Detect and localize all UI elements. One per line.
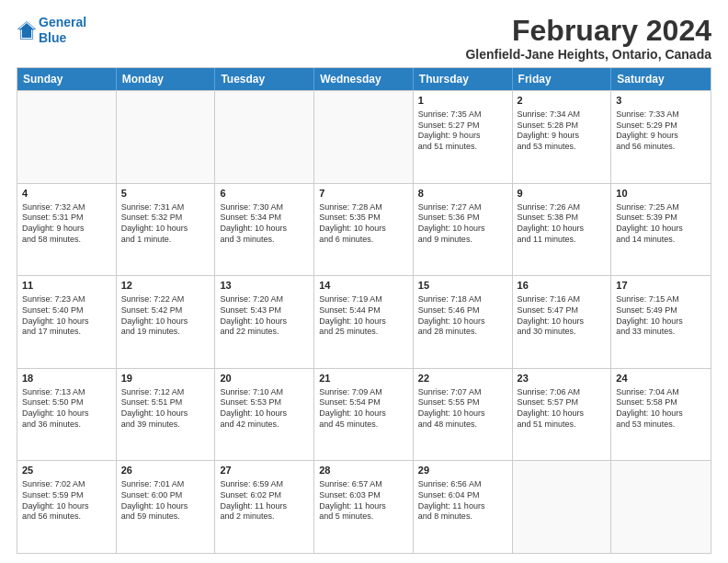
cal-cell-r4-c1: 18Sunrise: 7:13 AM Sunset: 5:50 PM Dayli… xyxy=(17,369,117,461)
day-number: 10 xyxy=(616,187,706,201)
svg-marker-0 xyxy=(19,23,34,38)
cell-text: Sunrise: 7:18 AM Sunset: 5:46 PM Dayligh… xyxy=(418,294,507,338)
day-number: 1 xyxy=(418,94,507,108)
cell-text: Sunrise: 7:10 AM Sunset: 5:53 PM Dayligh… xyxy=(220,387,309,431)
month-title: February 2024 xyxy=(465,15,711,47)
header-thursday: Thursday xyxy=(414,68,513,90)
day-number: 8 xyxy=(418,187,507,201)
day-number: 12 xyxy=(121,279,210,293)
day-number: 25 xyxy=(22,464,111,477)
cal-cell-r5-c4: 28Sunrise: 6:57 AM Sunset: 6:03 PM Dayli… xyxy=(314,461,414,553)
logo-text: General Blue xyxy=(39,15,86,46)
day-number: 6 xyxy=(220,187,309,201)
cal-cell-r2-c3: 6Sunrise: 7:30 AM Sunset: 5:34 PM Daylig… xyxy=(215,184,314,276)
header-monday: Monday xyxy=(117,68,216,90)
logo-line1: General xyxy=(39,15,86,29)
cal-cell-r2-c2: 5Sunrise: 7:31 AM Sunset: 5:32 PM Daylig… xyxy=(117,184,216,276)
day-number: 21 xyxy=(319,372,408,385)
calendar: Sunday Monday Tuesday Wednesday Thursday… xyxy=(17,67,711,554)
cal-cell-r5-c6 xyxy=(513,461,612,553)
cal-cell-r5-c1: 25Sunrise: 7:02 AM Sunset: 5:59 PM Dayli… xyxy=(17,461,117,553)
cell-text: Sunrise: 7:02 AM Sunset: 5:59 PM Dayligh… xyxy=(22,479,111,523)
cell-text: Sunrise: 7:31 AM Sunset: 5:32 PM Dayligh… xyxy=(121,202,210,246)
cell-text: Sunrise: 6:59 AM Sunset: 6:02 PM Dayligh… xyxy=(220,479,309,523)
cal-cell-r1-c7: 3Sunrise: 7:33 AM Sunset: 5:29 PM Daylig… xyxy=(611,91,711,183)
day-number: 24 xyxy=(616,372,706,385)
cal-cell-r1-c5: 1Sunrise: 7:35 AM Sunset: 5:27 PM Daylig… xyxy=(414,91,513,183)
day-number: 7 xyxy=(319,187,408,201)
cal-cell-r2-c5: 8Sunrise: 7:27 AM Sunset: 5:36 PM Daylig… xyxy=(414,184,513,276)
cal-cell-r3-c2: 12Sunrise: 7:22 AM Sunset: 5:42 PM Dayli… xyxy=(117,276,216,368)
day-number: 23 xyxy=(518,372,607,385)
day-number: 4 xyxy=(22,187,111,201)
header-saturday: Saturday xyxy=(611,68,711,90)
cell-text: Sunrise: 7:15 AM Sunset: 5:49 PM Dayligh… xyxy=(616,294,706,338)
cell-text: Sunrise: 7:12 AM Sunset: 5:51 PM Dayligh… xyxy=(121,387,210,431)
day-number: 17 xyxy=(616,279,706,293)
cell-text: Sunrise: 7:26 AM Sunset: 5:38 PM Dayligh… xyxy=(518,202,607,246)
cell-text: Sunrise: 7:35 AM Sunset: 5:27 PM Dayligh… xyxy=(418,109,507,153)
day-number: 3 xyxy=(616,94,706,108)
cal-cell-r3-c1: 11Sunrise: 7:23 AM Sunset: 5:40 PM Dayli… xyxy=(17,276,117,368)
cal-cell-r4-c3: 20Sunrise: 7:10 AM Sunset: 5:53 PM Dayli… xyxy=(215,369,314,461)
cal-cell-r2-c4: 7Sunrise: 7:28 AM Sunset: 5:35 PM Daylig… xyxy=(314,184,414,276)
cal-row-1: 1Sunrise: 7:35 AM Sunset: 5:27 PM Daylig… xyxy=(17,90,711,183)
day-number: 5 xyxy=(121,187,210,201)
cell-text: Sunrise: 7:13 AM Sunset: 5:50 PM Dayligh… xyxy=(22,387,111,431)
cal-row-3: 11Sunrise: 7:23 AM Sunset: 5:40 PM Dayli… xyxy=(17,275,711,368)
cal-cell-r1-c3 xyxy=(215,91,314,183)
cal-cell-r1-c6: 2Sunrise: 7:34 AM Sunset: 5:28 PM Daylig… xyxy=(513,91,612,183)
day-number: 28 xyxy=(319,464,408,477)
day-number: 19 xyxy=(121,372,210,385)
logo-line2: Blue xyxy=(39,30,66,45)
cal-row-5: 25Sunrise: 7:02 AM Sunset: 5:59 PM Dayli… xyxy=(17,460,711,553)
cell-text: Sunrise: 7:19 AM Sunset: 5:44 PM Dayligh… xyxy=(319,294,408,338)
cal-cell-r2-c6: 9Sunrise: 7:26 AM Sunset: 5:38 PM Daylig… xyxy=(513,184,612,276)
cal-cell-r4-c7: 24Sunrise: 7:04 AM Sunset: 5:58 PM Dayli… xyxy=(611,369,711,461)
cal-cell-r3-c6: 16Sunrise: 7:16 AM Sunset: 5:47 PM Dayli… xyxy=(513,276,612,368)
day-number: 15 xyxy=(418,279,507,293)
cal-cell-r4-c5: 22Sunrise: 7:07 AM Sunset: 5:55 PM Dayli… xyxy=(414,369,513,461)
cell-text: Sunrise: 7:06 AM Sunset: 5:57 PM Dayligh… xyxy=(518,387,607,431)
location-title: Glenfield-Jane Heights, Ontario, Canada xyxy=(465,47,711,62)
cell-text: Sunrise: 7:22 AM Sunset: 5:42 PM Dayligh… xyxy=(121,294,210,338)
cell-text: Sunrise: 7:16 AM Sunset: 5:47 PM Dayligh… xyxy=(518,294,607,338)
cal-cell-r5-c2: 26Sunrise: 7:01 AM Sunset: 6:00 PM Dayli… xyxy=(117,461,216,553)
cal-cell-r5-c5: 29Sunrise: 6:56 AM Sunset: 6:04 PM Dayli… xyxy=(414,461,513,553)
page: General Blue February 2024 Glenfield-Jan… xyxy=(0,0,728,563)
header-tuesday: Tuesday xyxy=(215,68,314,90)
day-number: 26 xyxy=(121,464,210,477)
cell-text: Sunrise: 6:56 AM Sunset: 6:04 PM Dayligh… xyxy=(418,479,507,523)
cal-cell-r3-c4: 14Sunrise: 7:19 AM Sunset: 5:44 PM Dayli… xyxy=(314,276,414,368)
title-block: February 2024 Glenfield-Jane Heights, On… xyxy=(465,15,711,62)
cal-cell-r1-c4 xyxy=(314,91,414,183)
cal-cell-r1-c2 xyxy=(117,91,216,183)
cell-text: Sunrise: 7:32 AM Sunset: 5:31 PM Dayligh… xyxy=(22,202,111,246)
day-number: 27 xyxy=(220,464,309,477)
cal-cell-r4-c4: 21Sunrise: 7:09 AM Sunset: 5:54 PM Dayli… xyxy=(314,369,414,461)
cell-text: Sunrise: 7:07 AM Sunset: 5:55 PM Dayligh… xyxy=(418,387,507,431)
cal-cell-r4-c2: 19Sunrise: 7:12 AM Sunset: 5:51 PM Dayli… xyxy=(117,369,216,461)
cal-row-2: 4Sunrise: 7:32 AM Sunset: 5:31 PM Daylig… xyxy=(17,183,711,276)
day-number: 9 xyxy=(518,187,607,201)
day-number: 18 xyxy=(22,372,111,385)
cal-cell-r3-c7: 17Sunrise: 7:15 AM Sunset: 5:49 PM Dayli… xyxy=(611,276,711,368)
cal-cell-r5-c7 xyxy=(611,461,711,553)
header-wednesday: Wednesday xyxy=(314,68,414,90)
cell-text: Sunrise: 7:34 AM Sunset: 5:28 PM Dayligh… xyxy=(518,109,607,153)
cell-text: Sunrise: 7:09 AM Sunset: 5:54 PM Dayligh… xyxy=(319,387,408,431)
day-number: 11 xyxy=(22,279,111,293)
header-friday: Friday xyxy=(513,68,612,90)
cal-cell-r1-c1 xyxy=(17,91,117,183)
cell-text: Sunrise: 7:04 AM Sunset: 5:58 PM Dayligh… xyxy=(616,387,706,431)
cell-text: Sunrise: 7:30 AM Sunset: 5:34 PM Dayligh… xyxy=(220,202,309,246)
cal-cell-r2-c7: 10Sunrise: 7:25 AM Sunset: 5:39 PM Dayli… xyxy=(611,184,711,276)
header-sunday: Sunday xyxy=(17,68,117,90)
day-number: 22 xyxy=(418,372,507,385)
cal-cell-r3-c3: 13Sunrise: 7:20 AM Sunset: 5:43 PM Dayli… xyxy=(215,276,314,368)
cell-text: Sunrise: 7:27 AM Sunset: 5:36 PM Dayligh… xyxy=(418,202,507,246)
logo: General Blue xyxy=(17,15,86,46)
day-number: 14 xyxy=(319,279,408,293)
cal-cell-r4-c6: 23Sunrise: 7:06 AM Sunset: 5:57 PM Dayli… xyxy=(513,369,612,461)
cell-text: Sunrise: 7:33 AM Sunset: 5:29 PM Dayligh… xyxy=(616,109,706,153)
